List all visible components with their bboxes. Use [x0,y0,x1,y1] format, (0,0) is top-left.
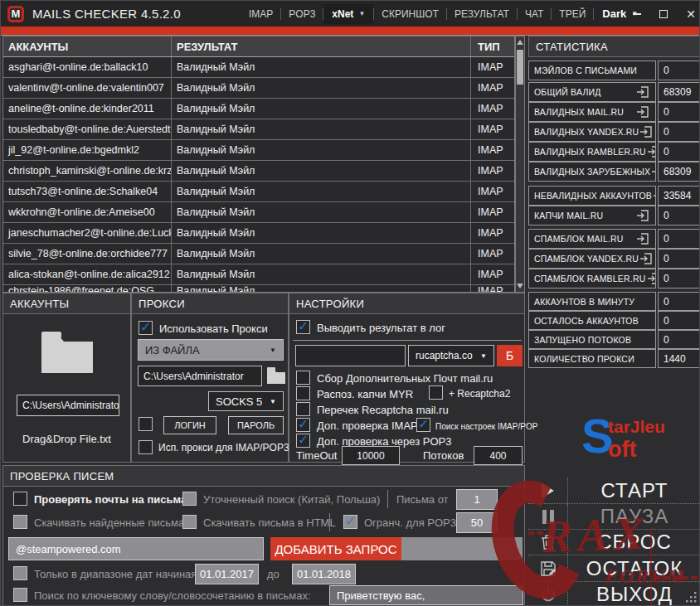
imap-settings-checkbox[interactable] [416,418,430,432]
table-row[interactable]: asghari@t-online.de:ballack10Валидный Мэ… [3,57,514,78]
export-icon[interactable] [635,104,650,119]
pause-button[interactable]: ПАУЗА [528,503,700,529]
proxy-source-dropdown[interactable]: ИЗ ФАЙЛА▼ [138,339,284,361]
xnet-dropdown[interactable]: xNet▼ [323,4,373,24]
close-button[interactable]: ✕ [686,8,696,20]
table-row[interactable]: tutsch73@t-online.de:Schalke04Валидный М… [3,182,514,202]
resize-grip[interactable] [686,592,697,603]
balance-button[interactable]: Б [497,345,523,366]
table-row[interactable]: wkkrohn@t-online.de:Ameise00Валидный Мэй… [3,202,514,223]
recaptcha-mail-checkbox[interactable] [296,402,310,416]
cell-result: Валидный Мэйл [171,119,471,139]
add-query-button[interactable]: ДОБАВИТЬ ЗАПРОС [270,537,401,560]
export-icon[interactable] [635,208,650,223]
keyword-checkbox[interactable] [13,588,27,602]
menu-tray[interactable]: ТРЕЙ [552,8,593,20]
cell-type: IMAP [471,99,514,119]
menu-imap[interactable]: IMAP [241,8,280,20]
keyword-input[interactable]: Приветствую вас, [329,585,523,605]
download-found-label: Скачивать найденные письма [34,516,184,529]
table-row[interactable]: valentinv@t-online.de:valentin007Валидны… [3,78,514,99]
scrollbar-thumb[interactable] [517,50,523,85]
stat-label: МЭЙЛОВ С ПИСЬМАМИ [528,61,656,80]
password-button[interactable]: ПАРОЛЬ [228,416,284,434]
stat-value: 0 [658,311,700,330]
col-result[interactable]: РЕЗУЛЬТАТ [171,36,471,56]
scroll-down-icon[interactable] [517,284,523,288]
export-icon[interactable] [639,251,654,266]
proxy-file-path[interactable]: C:\Users\Administrator [138,366,262,386]
recaptcha2-checkbox[interactable] [429,385,443,400]
date-range-checkbox[interactable] [13,566,27,580]
menu-result[interactable]: РЕЗУЛЬТАТ [447,8,517,20]
table-row[interactable]: janeschumacher2@t-online.de:LuckyВалидны… [3,223,514,244]
table-scrollbar[interactable] [515,36,525,293]
rest-button[interactable]: ОСТАТОК [528,555,700,581]
folder-icon[interactable] [40,330,95,375]
query-input[interactable]: @steampowered.com [8,537,264,560]
export-icon[interactable] [646,144,656,159]
pause-icon [528,504,568,529]
maximize-button[interactable] [659,10,668,18]
captcha-service-dropdown[interactable]: rucaptcha.co▼ [408,345,494,366]
use-proxy-checkbox[interactable] [139,321,153,335]
use-proxy-label: Использовать Прокси [159,322,268,335]
minimize-button[interactable] [633,13,641,15]
timeout-input[interactable]: 10000 [342,446,400,465]
stat-row: КОЛИЧЕСТВО ПРОКСИ1440 [528,349,700,368]
proxy-type-dropdown[interactable]: SOCKS 5▼ [208,391,284,411]
imap-check-checkbox[interactable] [296,418,310,432]
captcha-key-input[interactable] [295,345,406,366]
refined-search-checkbox[interactable] [182,492,197,506]
chevron-down-icon: ▼ [480,352,487,360]
export-icon[interactable] [646,271,656,286]
date-from-input[interactable]: 01.01.2017 [195,564,259,584]
app-logo-icon: M [7,6,24,22]
export-icon[interactable] [635,85,650,99]
stat-row: АККАУНТОВ В МИНУТУ0 [528,292,700,311]
refined-search-label: Уточненный поиск (Китай, Польша) [203,493,380,506]
export-icon[interactable] [635,231,650,246]
col-type[interactable]: ТИП [471,36,514,56]
menu-screenshot[interactable]: СКРИНШОТ [374,8,446,20]
menu-pop3[interactable]: POP3 [281,8,323,20]
export-icon[interactable] [652,188,656,203]
menu-chat[interactable]: ЧАТ [518,8,551,20]
cell-result: Валидный Мэйл [171,223,471,243]
table-row-clipped[interactable]: chrstein-1986@freenet.de:OSGВалидный Мэй… [3,285,514,293]
reset-button[interactable]: СБРОС [528,529,700,555]
accounts-panel: АККАУНТЫ C:\Users\Administrato Drag&Drop… [2,293,131,463]
table-row[interactable]: christoph_kaminski@t-online.de:krzyВалид… [3,161,514,182]
col-accounts[interactable]: АККАУНТЫ [3,36,171,56]
stat-row: ВАЛИДНЫХ YANDEX.RU0 [528,122,700,142]
pop3-check-checkbox[interactable] [296,434,310,448]
pop3-limit-input[interactable]: 50 [456,512,498,533]
download-found-checkbox[interactable] [13,515,27,529]
captcha-myr-checkbox[interactable] [296,386,310,400]
table-row[interactable]: alica-stokan@t-online.de:alica2912Валидн… [3,264,514,285]
table-row[interactable]: silvie_78@t-online.de:orchidee777Валидны… [3,244,514,264]
exit-button[interactable]: ВЫХОД [528,581,700,606]
stat-label: СПАМБЛОК YANDEX.RU [528,249,656,269]
folder-icon[interactable] [266,366,286,385]
download-html-checkbox[interactable] [182,515,197,529]
export-icon[interactable] [639,124,654,139]
auth-checkbox[interactable] [139,417,153,431]
date-to-input[interactable]: 01.01.2018 [292,564,356,584]
scroll-up-icon[interactable] [517,40,523,45]
pop3-limit-checkbox[interactable] [343,515,357,529]
use-proxy-imap-checkbox[interactable] [139,440,153,454]
table-row[interactable]: jil_92@t-online.de:bgedmkl2Валидный Мэйл… [3,140,514,161]
letters-from-input[interactable]: 1 [456,489,498,510]
starjleu-soft-logo: S tarJleu oft [581,415,673,467]
start-button[interactable]: СТАРТ [528,478,700,503]
collect-mails-checkbox[interactable] [296,371,310,385]
log-output-checkbox[interactable] [296,320,310,334]
login-button[interactable]: ЛОГИН [163,416,216,434]
export-icon[interactable] [650,164,656,179]
accounts-file-path[interactable]: C:\Users\Administrato [17,395,119,416]
table-row[interactable]: tousledbaby@t-online.de:Auerstedt1Валидн… [3,119,514,140]
table-row[interactable]: aneline@t-online.de:kinder2011Валидный М… [3,99,514,119]
check-mails-checkbox[interactable] [13,492,27,506]
threads-input[interactable]: 400 [474,446,523,465]
